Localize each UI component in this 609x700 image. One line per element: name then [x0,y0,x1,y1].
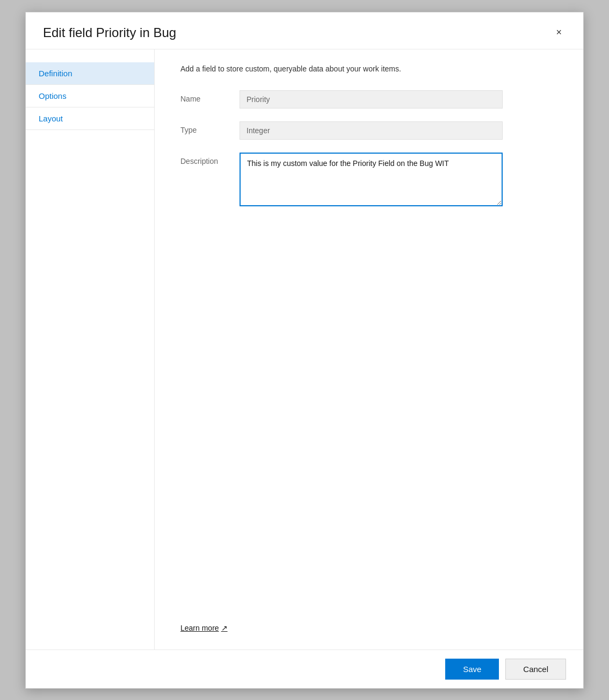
name-row: Name [180,90,557,109]
description-row: Description This is my custom value for … [180,153,557,206]
type-row: Type [180,121,557,140]
sidebar-item-options[interactable]: Options [26,85,154,107]
save-button[interactable]: Save [445,659,499,680]
description-textarea[interactable]: This is my custom value for the Priority… [240,153,503,206]
dialog-footer: Save Cancel [26,650,583,688]
dialog-body: Definition Options Layout Add a field to… [26,49,583,650]
name-input[interactable] [240,90,503,109]
type-input[interactable] [240,121,503,140]
sidebar: Definition Options Layout [26,49,155,650]
sidebar-item-definition[interactable]: Definition [26,62,154,85]
description-label: Description [180,153,240,165]
learn-more-link[interactable]: Learn more ↗ [180,607,557,632]
dialog-header: Edit field Priority in Bug × [26,12,583,49]
external-link-icon: ↗ [221,624,228,632]
close-button[interactable]: × [552,25,566,39]
edit-field-dialog: Edit field Priority in Bug × Definition … [25,12,584,689]
main-content: Add a field to store custom, queryable d… [155,49,583,650]
name-label: Name [180,90,240,103]
dialog-title: Edit field Priority in Bug [43,25,176,40]
type-label: Type [180,121,240,134]
cancel-button[interactable]: Cancel [505,659,566,680]
section-description: Add a field to store custom, queryable d… [180,64,557,73]
sidebar-item-layout[interactable]: Layout [26,107,154,130]
